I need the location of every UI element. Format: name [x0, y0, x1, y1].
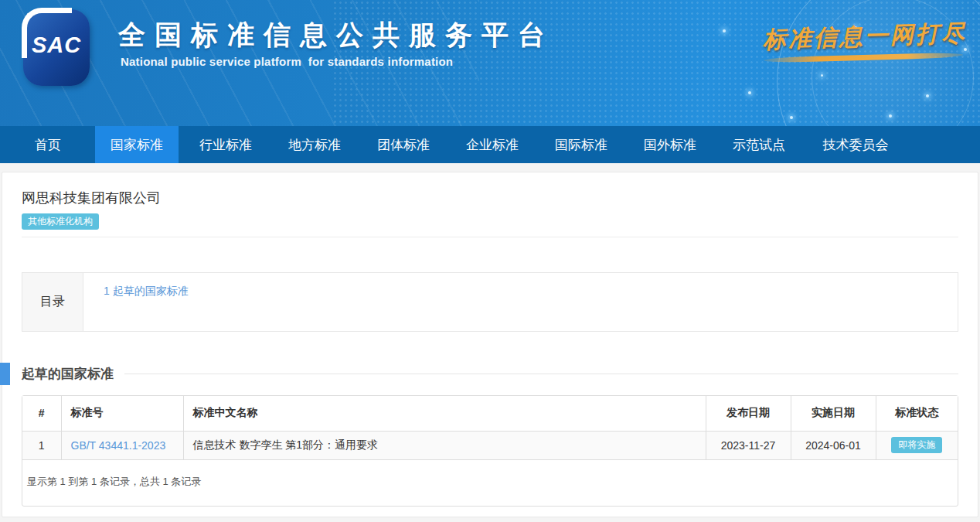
nav-tab-enterprise-standards[interactable]: 企业标准: [451, 126, 534, 163]
section-rule-line: [124, 374, 958, 374]
glow-dot: [889, 114, 892, 118]
glow-dot: [748, 91, 751, 94]
toc-link-drafted-standards[interactable]: 1 起草的国家标准: [104, 285, 189, 297]
nav-tab-industry-standards[interactable]: 行业标准: [184, 126, 267, 163]
col-header-name-cn: 标准中文名称: [183, 396, 706, 431]
row-index: 1: [22, 431, 61, 459]
glow-dot: [723, 29, 726, 32]
col-header-status: 标准状态: [876, 396, 958, 431]
glow-dot: [926, 94, 929, 97]
standard-name-cn: 信息技术 数字孪生 第1部分：通用要求: [183, 431, 706, 459]
publish-date: 2023-11-27: [706, 431, 791, 459]
table-row: 1 GB/T 43441.1-2023 信息技术 数字孪生 第1部分：通用要求 …: [22, 431, 958, 459]
impl-date: 2024-06-01: [791, 431, 876, 459]
section-header: 起草的国家标准: [22, 363, 958, 385]
col-header-standard-no: 标准号: [61, 396, 183, 431]
nav-tab-pilot-programs[interactable]: 示范试点: [717, 126, 801, 163]
nav-tab-local-standards[interactable]: 地方标准: [273, 126, 356, 163]
col-header-publish-date: 发布日期: [706, 396, 791, 431]
organization-name: 网思科技集团有限公司: [22, 172, 958, 207]
record-summary: 显示第 1 到第 1 条记录，总共 1 条记录: [22, 460, 958, 506]
toc-content: 1 起草的国家标准: [83, 273, 958, 331]
site-title: 全国标准信息公共服务平台: [118, 17, 554, 53]
standards-table: # 标准号 标准中文名称 发布日期 实施日期 标准状态 1 GB/T 43441…: [22, 396, 958, 460]
nav-tab-technical-committees[interactable]: 技术委员会: [806, 126, 905, 163]
section-title: 起草的国家标准: [22, 365, 114, 383]
section-accent-bar: [0, 363, 10, 385]
glow-dot: [790, 116, 793, 119]
nav-tab-foreign-standards[interactable]: 国外标准: [628, 126, 712, 163]
nav-tab-international-standards[interactable]: 国际标准: [539, 126, 623, 163]
site-subtitle-en: National public service platform for sta…: [121, 55, 453, 68]
content-card: 网思科技集团有限公司 其他标准化机构 目录 1 起草的国家标准 起草的国家标准 …: [2, 172, 978, 517]
status-badge: 即将实施: [891, 437, 942, 453]
standard-number-link[interactable]: GB/T 43441.1-2023: [71, 439, 166, 452]
sac-logo-text: SAC: [23, 32, 90, 58]
glow-dot: [821, 74, 823, 77]
table-header-row: # 标准号 标准中文名称 发布日期 实施日期 标准状态: [22, 396, 958, 431]
organization-type-badge: 其他标准化机构: [22, 213, 99, 230]
nav-tab-home[interactable]: 首页: [6, 126, 90, 163]
col-header-impl-date: 实施日期: [791, 396, 876, 431]
divider: [22, 237, 958, 237]
standards-table-container: # 标准号 标准中文名称 发布日期 实施日期 标准状态 1 GB/T 43441…: [22, 395, 958, 507]
toc-box: 目录 1 起草的国家标准: [22, 272, 958, 332]
header-banner: SAC 全国标准信息公共服务平台 National public service…: [0, 0, 980, 126]
nav-tab-group-standards[interactable]: 团体标准: [362, 126, 445, 163]
sac-logo[interactable]: SAC: [23, 9, 90, 86]
toc-label: 目录: [22, 273, 83, 331]
col-header-index: #: [22, 396, 61, 431]
main-nav: 首页 国家标准 行业标准 地方标准 团体标准 企业标准 国际标准 国外标准 示范…: [0, 126, 980, 163]
nav-tab-national-standards[interactable]: 国家标准: [95, 126, 179, 163]
